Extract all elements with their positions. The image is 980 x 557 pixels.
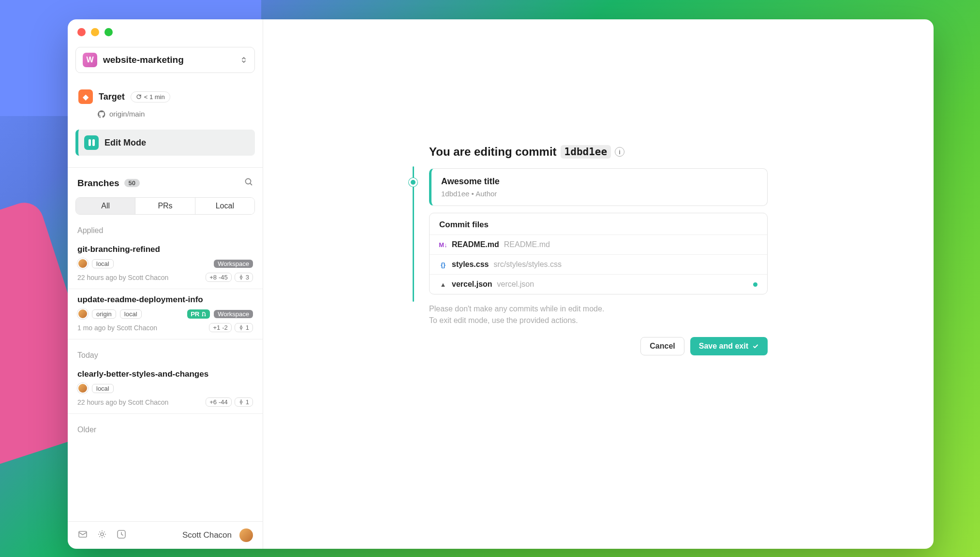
json-file-icon: ▲ — [439, 281, 447, 288]
commit-card[interactable]: Awesome title 1dbd1ee • Author — [429, 168, 768, 206]
svg-point-4 — [240, 327, 242, 329]
svg-point-0 — [246, 179, 251, 184]
app-window: W website-marketing ◆ Target < 1 min ori… — [68, 19, 934, 549]
markdown-file-icon: M↓ — [439, 241, 447, 249]
avatar-icon — [77, 308, 88, 319]
chevron-updown-icon — [240, 56, 248, 64]
window-controls — [68, 19, 263, 43]
tag-local: local — [120, 309, 142, 319]
branches-title: Branches 50 — [77, 178, 140, 189]
file-name: styles.css — [452, 260, 489, 269]
target-remote: origin/main — [75, 108, 255, 118]
tag-pr: PR — [187, 309, 210, 319]
branch-meta: 1 mo ago by Scott Chacon — [77, 324, 157, 332]
file-row[interactable]: ▲ vercel.json vercel.json — [430, 274, 767, 294]
branch-name: clearly-better-styles-and-changes — [77, 369, 253, 379]
branch-meta: 22 hours ago by Scott Chacon — [77, 398, 168, 406]
avatar-icon — [77, 258, 88, 269]
commit-files-header: Commit files — [430, 213, 767, 235]
branch-item[interactable]: git-branching-refined local Workspace 22… — [68, 239, 263, 289]
svg-point-5 — [240, 401, 242, 403]
sidebar: W website-marketing ◆ Target < 1 min ori… — [68, 19, 263, 549]
file-path: README.md — [504, 240, 550, 249]
tag-workspace: Workspace — [214, 310, 253, 318]
css-file-icon: {} — [439, 261, 447, 268]
workspace-name: website-marketing — [103, 55, 234, 65]
stat-additions: +8 -45 — [206, 273, 232, 282]
svg-rect-6 — [79, 531, 87, 537]
branches-count: 50 — [124, 179, 140, 187]
file-path: src/styles/styles.css — [494, 260, 562, 269]
svg-point-2 — [202, 315, 204, 316]
close-window-icon[interactable] — [77, 28, 86, 36]
file-changed-dot-icon — [753, 282, 757, 287]
tab-all[interactable]: All — [76, 198, 135, 214]
github-icon — [98, 110, 105, 118]
avatar-icon[interactable] — [239, 528, 253, 542]
commit-title: Awesome title — [441, 176, 757, 187]
tab-prs[interactable]: PRs — [135, 198, 195, 214]
edit-mode-row[interactable]: Edit Mode — [75, 130, 255, 156]
info-icon[interactable]: i — [615, 147, 624, 157]
maximize-window-icon[interactable] — [104, 28, 113, 36]
stat-commits: 1 — [235, 323, 253, 332]
timeline-dot-icon — [409, 178, 417, 187]
file-name: README.md — [452, 240, 499, 249]
footer: Scott Chacon — [68, 521, 263, 549]
commit-hash: 1dbd1ee — [561, 145, 611, 159]
commit-files-card: Commit files M↓ README.md README.md {} s… — [429, 213, 768, 294]
user-name[interactable]: Scott Chacon — [182, 530, 232, 540]
stat-commits: 1 — [235, 397, 253, 407]
main-area: You are editing commit 1dbd1ee i Awesome… — [263, 19, 934, 549]
minimize-window-icon[interactable] — [91, 28, 99, 36]
avatar-icon — [77, 383, 88, 394]
section-today: Today — [68, 339, 263, 364]
timeline-line — [413, 166, 414, 302]
edit-mode-label: Edit Mode — [104, 138, 146, 148]
tag-local: local — [92, 384, 114, 393]
tag-local: local — [92, 259, 114, 268]
workspace-picker[interactable]: W website-marketing — [75, 47, 255, 73]
edit-mode-icon — [84, 135, 99, 150]
workspace-badge: W — [83, 53, 97, 67]
stat-commits: 3 — [235, 273, 253, 282]
cancel-button[interactable]: Cancel — [640, 337, 684, 355]
branch-item[interactable]: clearly-better-styles-and-changes local … — [68, 364, 263, 414]
target-icon: ◆ — [78, 89, 93, 104]
branch-item[interactable]: update-readme-deployment-info origin loc… — [68, 289, 263, 339]
commit-meta: 1dbd1ee • Author — [441, 190, 757, 198]
tag-workspace: Workspace — [214, 260, 253, 268]
edit-mode-hint: Please don't make any commits while in e… — [429, 303, 768, 326]
save-and-exit-button[interactable]: Save and exit — [690, 337, 768, 355]
mail-icon[interactable] — [77, 529, 89, 542]
tab-local[interactable]: Local — [195, 198, 254, 214]
tag-origin: origin — [92, 309, 116, 319]
check-icon — [752, 343, 759, 350]
branch-name: update-readme-deployment-info — [77, 295, 253, 305]
target-label: Target — [99, 92, 125, 102]
refresh-icon — [136, 94, 142, 100]
file-name: vercel.json — [452, 280, 492, 289]
edit-heading: You are editing commit 1dbd1ee i — [429, 145, 768, 159]
svg-point-7 — [101, 533, 104, 536]
branch-name: git-branching-refined — [77, 245, 253, 254]
stat-additions: +1 -2 — [209, 323, 231, 332]
gear-icon[interactable] — [97, 529, 108, 542]
svg-point-1 — [240, 277, 242, 278]
file-row[interactable]: {} styles.css src/styles/styles.css — [430, 254, 767, 274]
search-icon[interactable] — [244, 177, 253, 189]
history-icon[interactable] — [116, 529, 128, 542]
section-older: Older — [68, 414, 263, 438]
file-row[interactable]: M↓ README.md README.md — [430, 235, 767, 254]
svg-point-3 — [205, 315, 206, 316]
branch-meta: 22 hours ago by Scott Chacon — [77, 274, 168, 281]
target-row[interactable]: ◆ Target < 1 min — [75, 86, 255, 108]
file-path: vercel.json — [497, 280, 534, 289]
branch-tabs: All PRs Local — [75, 197, 255, 215]
target-time-pill: < 1 min — [131, 91, 170, 103]
stat-additions: +6 -44 — [206, 397, 232, 407]
section-applied: Applied — [68, 215, 263, 239]
